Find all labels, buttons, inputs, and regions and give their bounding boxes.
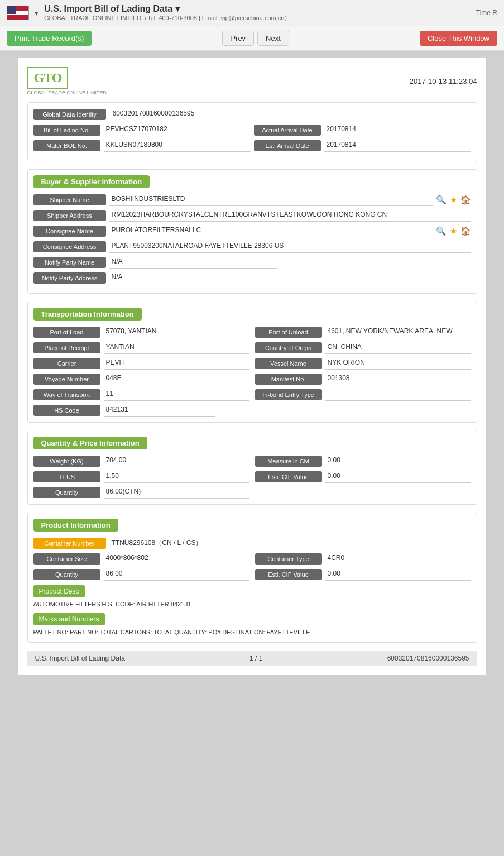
consignee-star-icon[interactable]: ★ bbox=[450, 226, 457, 236]
place-receipt-label: Place of Receipt bbox=[33, 342, 100, 353]
bol-value: PEVHCSZ17070182 bbox=[104, 124, 251, 136]
toolbar-center: Prev Next bbox=[222, 31, 289, 46]
quantity-price-header: Quantity & Price Information bbox=[33, 437, 147, 449]
marks-numbers-value: PALLET NO: PART NO: TOTAL CARTONS: TOTAL… bbox=[33, 628, 471, 637]
footer-right: 6003201708160000136595 bbox=[387, 654, 469, 662]
consignee-name-row: Consignee Name PUROLATORFILTERSNALLC 🔍 ★… bbox=[33, 225, 471, 237]
next-button[interactable]: Next bbox=[257, 31, 289, 46]
teus-field: TEUS 1.50 bbox=[33, 471, 249, 483]
logo-container: GTO GLOBAL TRADE ONLINE LIMITED bbox=[27, 67, 107, 95]
consignee-icons: 🔍 ★ 🏠 bbox=[436, 226, 471, 236]
container-size-value: 4000*806*802 bbox=[104, 553, 249, 565]
way-transport-field: Way of Transport 11 bbox=[33, 389, 249, 401]
bol-left: Bill of Lading No. PEVHCSZ17070182 bbox=[33, 124, 251, 136]
notify-name-row: Notify Party Name N/A bbox=[33, 256, 471, 269]
consignee-name-label: Consignee Name bbox=[33, 226, 106, 237]
global-data-value: 6003201708160000136595 bbox=[111, 108, 471, 121]
logo-box: GTO bbox=[27, 67, 69, 89]
print-button[interactable]: Print Trade Record(s) bbox=[7, 31, 92, 46]
master-bol-label: Mater BOL No. bbox=[33, 140, 100, 151]
esti-cif-field: Esti. CIF Value 0.00 bbox=[255, 471, 471, 483]
way-transport-label: Way of Transport bbox=[33, 389, 100, 400]
port-load-label: Port of Load bbox=[33, 327, 100, 338]
product-desc-label: Product Desc bbox=[33, 585, 85, 597]
consignee-address-row: Consignee Address PLANT95003200NATALROAD… bbox=[33, 241, 471, 253]
footer-center: 1 / 1 bbox=[249, 654, 262, 662]
transportation-section: Transportation Information Port of Load … bbox=[27, 302, 477, 423]
prod-qty-field: Quantity 86.00 bbox=[33, 568, 249, 581]
esti-arrival-value: 20170814 bbox=[324, 140, 471, 152]
measure-label: Measure in CM bbox=[255, 456, 322, 467]
hs-code-field: HS Code 842131 bbox=[33, 404, 471, 417]
master-bol-left: Mater BOL No. KKLUSN07189800 bbox=[33, 140, 251, 152]
consignee-address-value: PLANT95003200NATALROAD FAYETTEVILLE 2830… bbox=[109, 241, 471, 253]
toolbar: Print Trade Record(s) Prev Next Close Th… bbox=[0, 26, 504, 51]
weight-value: 704.00 bbox=[104, 455, 249, 467]
country-origin-label: Country of Origin bbox=[255, 342, 322, 353]
qty-label: Quantity bbox=[33, 487, 100, 498]
measure-field: Measure in CM 0.00 bbox=[255, 455, 471, 467]
bol-label: Bill of Lading No. bbox=[33, 125, 100, 136]
transportation-header: Transportation Information bbox=[33, 308, 142, 321]
top-bar: ▾ U.S. Import Bill of Lading Data ▾ GLOB… bbox=[0, 0, 504, 26]
hs-code-value: 842131 bbox=[104, 404, 215, 417]
manifest-field: Manifest No. 001308 bbox=[255, 373, 471, 385]
product-grid: Container Size 4000*806*802 Container Ty… bbox=[33, 553, 471, 581]
carrier-field: Carrier PEVH bbox=[33, 357, 249, 370]
measure-value: 0.00 bbox=[325, 455, 471, 467]
global-id-row: Global Data Identity 6003201708160000136… bbox=[33, 108, 471, 121]
country-origin-value: CN, CHINA bbox=[325, 342, 471, 354]
country-origin-field: Country of Origin CN, CHINA bbox=[255, 342, 471, 354]
manifest-label: Manifest No. bbox=[255, 374, 322, 385]
notify-address-label: Notify Party Address bbox=[33, 272, 106, 284]
logo-section: GTO GLOBAL TRADE ONLINE LIMITED 2017-10-… bbox=[27, 67, 477, 95]
carrier-value: PEVH bbox=[104, 357, 249, 370]
master-bol-value: KKLUSN07189800 bbox=[104, 140, 251, 152]
manifest-value: 001308 bbox=[325, 373, 471, 385]
notify-name-value: N/A bbox=[109, 256, 277, 269]
vessel-name-value: NYK ORION bbox=[325, 357, 471, 370]
notify-address-value: N/A bbox=[109, 272, 277, 284]
prev-button[interactable]: Prev bbox=[222, 31, 254, 46]
toolbar-left: Print Trade Record(s) bbox=[7, 31, 92, 46]
quantity-price-section: Quantity & Price Information Weight (KG)… bbox=[27, 431, 477, 505]
global-data-label: Global Data Identity bbox=[33, 109, 106, 120]
port-load-field: Port of Load 57078, YANTIAN bbox=[33, 326, 249, 338]
time-label: Time R bbox=[476, 9, 497, 17]
hs-code-label: HS Code bbox=[33, 405, 100, 416]
prod-qty-value: 86.00 bbox=[104, 568, 249, 581]
shipper-address-value: RM12023HARBOURCRYSTALCENTRE100GRANVTSTEA… bbox=[109, 209, 471, 222]
port-unload-value: 4601, NEW YORK/NEWARK AREA, NEW bbox=[325, 326, 471, 338]
shipper-name-row: Shipper Name BOSHIINDUSTRIESLTD 🔍 ★ 🏠 bbox=[33, 194, 471, 206]
voyage-field: Voyage Number 048E bbox=[33, 373, 249, 385]
shipper-home-icon[interactable]: 🏠 bbox=[460, 195, 471, 205]
footer-left: U.S. Import Bill of Lading Data bbox=[35, 654, 125, 662]
place-receipt-field: Place of Receipt YANTIAN bbox=[33, 342, 249, 354]
esti-arrival: Esti Arrival Date 20170814 bbox=[254, 140, 471, 152]
shipper-search-icon[interactable]: 🔍 bbox=[436, 195, 447, 205]
consignee-home-icon[interactable]: 🏠 bbox=[460, 226, 471, 236]
close-button[interactable]: Close This Window bbox=[420, 31, 497, 46]
datetime: 2017-10-13 11:23:04 bbox=[410, 77, 477, 85]
prod-cif-label: Esti. CIF Value bbox=[255, 569, 322, 580]
title-block: U.S. Import Bill of Lading Data ▾ GLOBAL… bbox=[44, 3, 471, 22]
consignee-address-label: Consignee Address bbox=[33, 241, 106, 252]
place-receipt-value: YANTIAN bbox=[104, 342, 249, 354]
inbond-label: In-bond Entry Type bbox=[255, 389, 322, 400]
product-desc-block: Product Desc AUTOMOTIVE FILTERS H.S. COD… bbox=[33, 585, 471, 637]
port-unload-label: Port of Unload bbox=[255, 327, 322, 338]
shipper-name-label: Shipper Name bbox=[33, 194, 106, 205]
shipper-star-icon[interactable]: ★ bbox=[450, 195, 457, 205]
container-size-label: Container Size bbox=[33, 553, 100, 565]
master-bol-row: Mater BOL No. KKLUSN07189800 Esti Arriva… bbox=[33, 140, 471, 152]
buyer-supplier-section: Buyer & Supplier Information Shipper Nam… bbox=[27, 169, 477, 294]
actual-arrival-value: 20170814 bbox=[324, 124, 471, 136]
dropdown-arrow: ▾ bbox=[35, 9, 39, 17]
teus-value: 1.50 bbox=[104, 471, 249, 483]
consignee-name-value: PUROLATORFILTERSNALLC bbox=[109, 225, 433, 237]
weight-label: Weight (KG) bbox=[33, 456, 100, 467]
carrier-label: Carrier bbox=[33, 358, 100, 369]
bol-row: Bill of Lading No. PEVHCSZ17070182 Actua… bbox=[33, 124, 471, 136]
consignee-search-icon[interactable]: 🔍 bbox=[436, 226, 447, 236]
prod-cif-value: 0.00 bbox=[325, 568, 471, 581]
